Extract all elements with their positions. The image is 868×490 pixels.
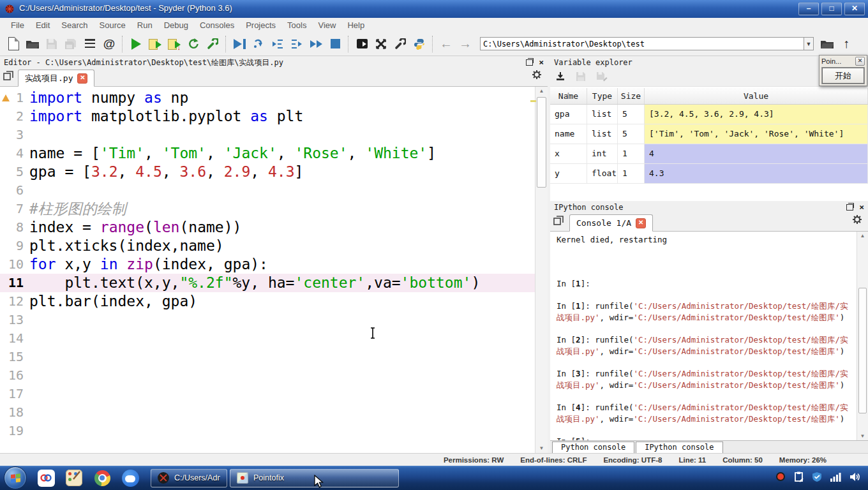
code-line-17[interactable]: 17 — [0, 385, 535, 403]
step-into-icon[interactable] — [268, 34, 287, 54]
undock-pane-icon[interactable] — [526, 59, 533, 66]
code-line-4[interactable]: 4name = ['Tim', 'Tom', 'Jack', 'Rose', '… — [0, 144, 535, 163]
code-editor[interactable]: 1import numpy as np2import matplotlib.py… — [0, 87, 535, 453]
maximize-button[interactable]: □ — [821, 3, 842, 15]
menu-projects[interactable]: Projects — [240, 19, 281, 31]
editor-scrollbar-thumb[interactable] — [537, 97, 546, 188]
re-run-cell-icon[interactable] — [184, 34, 203, 54]
open-file-icon[interactable] — [23, 34, 42, 54]
symbol-finder-icon[interactable]: @ — [100, 34, 119, 54]
debug-file-icon[interactable] — [230, 34, 249, 54]
code-line-15[interactable]: 15 — [0, 348, 535, 366]
clipboard-tray-icon[interactable] — [794, 471, 804, 485]
code-line-7[interactable]: 7#柱形图的绘制 — [0, 200, 535, 218]
recording-dot-icon[interactable] — [775, 471, 786, 484]
pointofix-close-icon[interactable]: ✕ — [855, 57, 865, 66]
taskbar-button-spyder[interactable]: C:/Users/Admini... — [151, 469, 227, 487]
cloud-browser-icon[interactable] — [121, 468, 140, 487]
menu-file[interactable]: File — [5, 19, 30, 31]
close-button[interactable]: ✕ — [844, 3, 865, 15]
code-line-12[interactable]: 12plt.bar(index, gpa) — [0, 292, 535, 311]
code-line-16[interactable]: 16 — [0, 366, 535, 385]
run-cell-advance-icon[interactable]: ↓ — [165, 34, 184, 54]
maximize-pane-icon[interactable] — [352, 34, 371, 54]
code-line-6[interactable]: 6 — [0, 181, 535, 200]
file-switcher-icon[interactable] — [80, 34, 100, 54]
preferences-wrench-icon[interactable] — [391, 34, 410, 54]
back-icon[interactable]: ← — [437, 34, 456, 54]
column-header-size[interactable]: Size — [618, 88, 645, 104]
bottom-tab-ipython-console[interactable]: IPython console — [636, 442, 722, 453]
variable-row-gpa[interactable]: gpalist5[3.2, 4.5, 3.6, 2.9, 4.3] — [550, 105, 868, 124]
console-scrollbar-thumb[interactable] — [858, 288, 867, 413]
save-data-as-icon[interactable] — [596, 71, 608, 84]
start-button[interactable] — [4, 466, 27, 489]
menu-tools[interactable]: Tools — [281, 19, 312, 31]
console-scrollbar[interactable]: ▲ ▼ — [857, 232, 868, 441]
console-close-pane-icon[interactable]: × — [859, 204, 864, 211]
code-line-14[interactable]: 14 — [0, 329, 535, 348]
step-return-icon[interactable] — [287, 34, 306, 54]
menu-debug[interactable]: Debug — [158, 19, 194, 31]
browse-directory-icon[interactable] — [818, 34, 837, 54]
network-signal-icon[interactable] — [830, 472, 841, 484]
code-line-10[interactable]: 10for x,y in zip(index, gpa): — [0, 255, 535, 274]
column-header-value[interactable]: Value — [645, 88, 868, 104]
sunflower-app-icon[interactable] — [36, 468, 56, 487]
console-browse-tabs-icon[interactable] — [553, 216, 564, 228]
console-close-tab-icon[interactable]: ✕ — [636, 218, 646, 228]
save-all-icon[interactable] — [61, 34, 80, 54]
console-tab[interactable]: Console 1/A ✕ — [569, 214, 653, 232]
code-line-3[interactable]: 3 — [0, 126, 535, 144]
paint-app-icon[interactable] — [64, 468, 84, 487]
security-shield-icon[interactable] — [812, 471, 822, 485]
new-file-icon[interactable] — [4, 34, 23, 54]
chrome-icon[interactable] — [93, 468, 112, 487]
editor-file-tab[interactable]: 实战项目.py ✕ — [18, 70, 94, 87]
code-line-2[interactable]: 2import matplotlib.pyplot as plt — [0, 107, 535, 126]
variable-row-x[interactable]: xint14 — [550, 144, 868, 164]
continue-execution-icon[interactable] — [306, 34, 326, 54]
menu-run[interactable]: Run — [131, 19, 158, 31]
working-directory-input[interactable] — [480, 37, 804, 50]
minimize-button[interactable]: – — [798, 3, 819, 15]
menu-search[interactable]: Search — [56, 19, 93, 31]
console-undock-icon[interactable] — [846, 204, 853, 211]
code-line-1[interactable]: 1import numpy as np — [0, 89, 535, 107]
menu-consoles[interactable]: Consoles — [194, 19, 240, 31]
editor-scrollbar[interactable]: ▲ ▼ — [535, 87, 548, 453]
speaker-icon[interactable] — [849, 472, 860, 484]
parent-directory-icon[interactable]: ↑ — [837, 34, 856, 54]
stop-debug-icon[interactable] — [326, 34, 345, 54]
menu-edit[interactable]: Edit — [30, 19, 56, 31]
column-header-type[interactable]: Type — [587, 88, 618, 104]
step-icon[interactable] — [249, 34, 268, 54]
code-line-5[interactable]: 5gpa = [3.2, 4.5, 3.6, 2.9, 4.3] — [0, 163, 535, 181]
python-path-icon[interactable] — [410, 34, 429, 54]
console-options-gear-icon[interactable] — [852, 214, 863, 228]
code-line-13[interactable]: 13 — [0, 311, 535, 329]
save-data-icon[interactable] — [576, 71, 586, 84]
save-file-icon[interactable] — [42, 34, 61, 54]
forward-icon[interactable]: → — [456, 34, 475, 54]
code-line-18[interactable]: 18 — [0, 403, 535, 422]
bottom-tab-python-console[interactable]: Python console — [552, 442, 634, 453]
browse-tabs-icon[interactable] — [3, 71, 13, 83]
close-pane-icon[interactable]: × — [539, 59, 544, 66]
run-cell-icon[interactable] — [146, 34, 165, 54]
variable-row-name[interactable]: namelist5['Tim', 'Tom', 'Jack', 'Rose', … — [550, 124, 868, 144]
console-output[interactable]: Kernel died, restartingIn [1]:In [1]: ru… — [550, 232, 857, 441]
pointofix-start-button[interactable]: 开始 — [822, 68, 864, 84]
editor-options-gear-icon[interactable] — [532, 70, 542, 83]
menu-view[interactable]: View — [312, 19, 341, 31]
variable-row-y[interactable]: yfloat14.3 — [550, 164, 868, 184]
code-line-19[interactable]: 19 — [0, 422, 535, 440]
menu-source[interactable]: Source — [94, 19, 131, 31]
fullscreen-icon[interactable] — [371, 34, 391, 54]
code-line-11[interactable]: 11 plt.text(x,y,"%.2f"%y, ha='center',va… — [0, 274, 535, 292]
directory-dropdown-icon[interactable]: ▼ — [804, 37, 814, 50]
code-line-8[interactable]: 8index = range(len(name)) — [0, 218, 535, 237]
column-header-name[interactable]: Name∧ — [550, 88, 587, 104]
run-configuration-icon[interactable] — [203, 34, 222, 54]
code-line-9[interactable]: 9plt.xticks(index,name) — [0, 237, 535, 255]
